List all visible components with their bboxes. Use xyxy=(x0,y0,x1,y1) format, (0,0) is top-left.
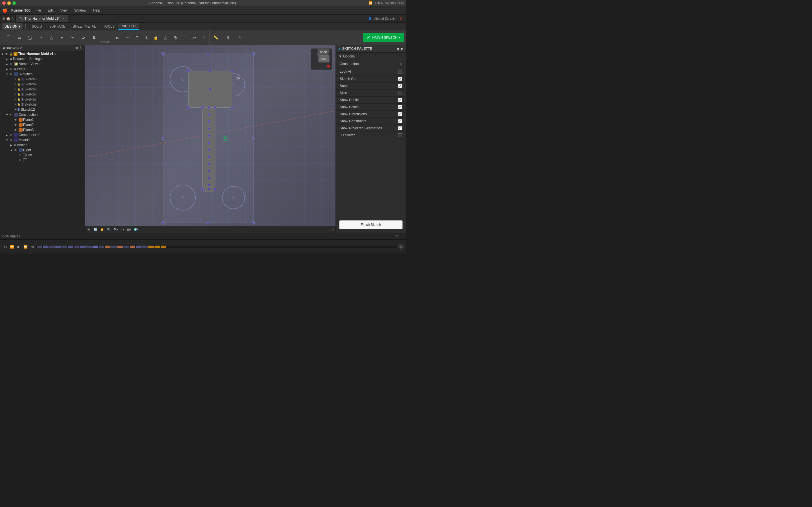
visibility-sketch6-off[interactable]: 👁 xyxy=(14,88,17,91)
visibility-sketches[interactable]: 👁 xyxy=(10,73,13,76)
sidebar-item-model1[interactable]: ▼ 👁 Model:1 xyxy=(0,137,84,143)
timeline-play[interactable]: ▶ xyxy=(16,244,21,249)
sidebar-item-plane1[interactable]: 👁 Plane1 xyxy=(0,117,84,122)
visibility-model1[interactable]: 👁 xyxy=(10,138,13,142)
left-checkbox[interactable] xyxy=(23,158,27,162)
tool-parallel[interactable]: // xyxy=(132,33,141,42)
tool-spline[interactable]: 〜 xyxy=(36,33,46,43)
sidebar-item-sketch7[interactable]: 👁 🔒 S Sketch7 xyxy=(0,92,84,97)
showconstraints-checkbox[interactable] xyxy=(398,119,402,123)
sidebar-item-sketch6[interactable]: 👁 🔒 S Sketch6 xyxy=(0,87,84,92)
minimize-button[interactable] xyxy=(7,1,11,5)
visibility-sketch3-off[interactable]: 👁 xyxy=(14,78,17,80)
timeline-item[interactable] xyxy=(105,245,110,248)
expand-sketches[interactable]: ▼ xyxy=(6,73,9,76)
vp-orbit-btn[interactable]: 🔄 xyxy=(93,227,98,232)
showprofile-checkbox[interactable] xyxy=(398,98,402,102)
expand-origin[interactable]: ▶ xyxy=(6,68,9,71)
visibility-sketch8-off[interactable]: 👁 xyxy=(14,98,17,101)
menu-edit[interactable]: Edit xyxy=(46,8,55,13)
timeline-item[interactable] xyxy=(154,245,160,248)
finish-sketch-button[interactable]: ✓ FINISH SKETCH ▾ xyxy=(363,33,404,42)
sidebar-expand-icon[interactable]: ⊕ xyxy=(75,46,78,50)
tab-sketch[interactable]: SKETCH xyxy=(118,23,139,30)
tool-arc[interactable]: ⌒ xyxy=(3,33,13,43)
visibility-component1[interactable]: 👁 xyxy=(10,133,13,136)
timeline-item[interactable] xyxy=(123,245,129,248)
palette-collapse-icon[interactable]: ◀ xyxy=(396,47,399,51)
expand-bodies[interactable]: ▼ xyxy=(10,149,13,152)
palette-expand-icon[interactable]: ▶ xyxy=(401,47,403,51)
visibility-right-off[interactable]: 👁 xyxy=(18,154,21,157)
sidebar-item-construction[interactable]: ▼ 👁 Construction xyxy=(0,112,84,117)
right-checkbox[interactable] xyxy=(22,153,26,157)
palette-finish-sketch-button[interactable]: Finish Sketch xyxy=(339,220,403,229)
timeline-settings-icon[interactable]: ⚙ xyxy=(398,244,404,249)
timeline-end[interactable]: ⏭ xyxy=(29,244,35,249)
timeline-item[interactable] xyxy=(130,245,135,248)
tool-collinear[interactable]: ═ xyxy=(123,33,132,42)
showdimensions-checkbox[interactable] xyxy=(398,112,402,116)
sidebar-collapse-icon[interactable]: ◀ xyxy=(2,46,4,50)
sidebar-item-plane3[interactable]: 👁 Plane3 xyxy=(0,127,84,132)
sidebar-item-sketches[interactable]: ▼ 👁 Sketches xyxy=(0,71,84,76)
palette-options-section[interactable]: ▼ Options xyxy=(336,53,406,60)
tab-close-icon[interactable]: ✕ xyxy=(62,17,64,20)
tool-coincident[interactable]: ⊾ xyxy=(113,33,122,42)
sidebar-item-namedviews[interactable]: ▶ 👁 📁 Named Views xyxy=(0,61,84,66)
expand-namedviews[interactable]: ▶ xyxy=(6,62,9,66)
tab-sheet-metal[interactable]: SHEET METAL xyxy=(69,23,99,30)
tool-tangent[interactable]: △ xyxy=(161,33,170,42)
close-button[interactable] xyxy=(2,1,6,5)
active-tab[interactable]: 🔨 Thor Hammer Mold v1* ✕ xyxy=(16,15,68,22)
expand-component1[interactable]: ▶ xyxy=(6,133,9,136)
lookat-icon[interactable]: ⬛ xyxy=(397,69,402,74)
timeline-item[interactable] xyxy=(117,245,123,248)
tool-equal[interactable]: = xyxy=(180,33,189,42)
tool-insert[interactable]: ⬇ xyxy=(223,33,233,42)
expand-construction[interactable]: ▼ xyxy=(6,113,9,116)
vp-visual-style-btn[interactable]: ◧▾ xyxy=(126,227,132,232)
expand-origin2[interactable]: ▶ xyxy=(10,144,13,147)
tool-rect[interactable]: ▭ xyxy=(14,33,24,43)
sidebar-item-origin[interactable]: ▶ 👁 ⊕ Origin xyxy=(0,66,84,71)
visibility-sketch4-off[interactable]: 👁 xyxy=(14,83,17,86)
tool-line[interactable]: ⌐ xyxy=(57,33,67,43)
visibility-plane2[interactable]: 👁 xyxy=(14,123,18,126)
timeline-item[interactable] xyxy=(43,245,49,248)
sidebar-item-origin2[interactable]: ▶ ⊕ Bodies xyxy=(0,143,84,148)
timeline-item[interactable] xyxy=(136,245,142,248)
timeline-item[interactable] xyxy=(99,245,104,248)
comments-expand-icon[interactable]: ⊕ xyxy=(396,234,398,238)
visibility-origin[interactable]: 👁 xyxy=(10,68,13,71)
tool-polygon[interactable]: △ xyxy=(46,33,56,43)
timeline-item[interactable] xyxy=(37,245,42,248)
vp-zoom-drop[interactable]: 🔍▾ xyxy=(113,227,118,232)
back-button[interactable]: 🏠 xyxy=(6,17,10,20)
visibility-namedviews[interactable]: 👁 xyxy=(10,62,13,66)
construction-icon[interactable]: < xyxy=(400,62,402,66)
design-dropdown[interactable]: DESIGN ▾ xyxy=(2,23,22,30)
timeline-item[interactable] xyxy=(93,245,98,248)
help-icon[interactable]: ❓ xyxy=(399,17,403,20)
tab-tools[interactable]: TOOLS xyxy=(100,23,118,30)
timeline-track[interactable] xyxy=(36,245,397,248)
visibility-plane3[interactable]: 👁 xyxy=(14,128,18,131)
tool-circle[interactable]: ◯ xyxy=(25,33,35,43)
sidebar-item-sketch12[interactable]: 👁 S Sketch12 xyxy=(0,107,84,112)
tool-select[interactable]: ↖ xyxy=(236,33,245,42)
menu-file[interactable]: File xyxy=(34,8,43,13)
sketchgrid-checkbox[interactable] xyxy=(398,77,402,81)
tool-perpendicular[interactable]: ⊥ xyxy=(142,33,151,42)
expand-docsettings[interactable]: ▶ xyxy=(6,57,9,61)
visibility-bodies[interactable]: 👁 xyxy=(14,149,18,152)
tool-measure[interactable]: 📏 xyxy=(211,33,220,42)
expand-model1[interactable]: ▼ xyxy=(6,138,9,142)
vp-pan-btn[interactable]: ✋ xyxy=(99,227,105,232)
visibility-root[interactable]: 👁 xyxy=(5,52,9,55)
timeline-item[interactable] xyxy=(61,245,67,248)
sidebar-item-sketch9[interactable]: 👁 🔒 S Sketch9 xyxy=(0,102,84,107)
visibility-plane1[interactable]: 👁 xyxy=(14,118,18,121)
timeline-prev[interactable]: ⏪ xyxy=(9,244,15,249)
showpoints-checkbox[interactable] xyxy=(398,105,402,109)
